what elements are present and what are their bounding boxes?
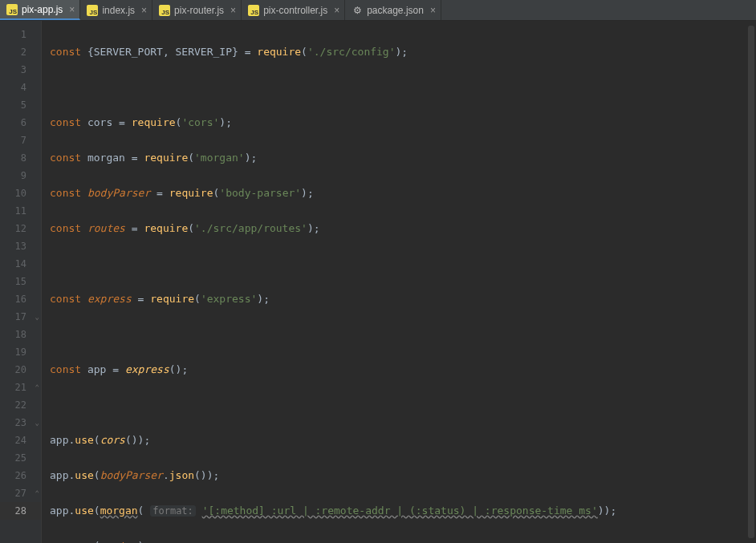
tab-pix-router[interactable]: JS pix-router.js × bbox=[152, 0, 242, 20]
line-number[interactable]: 22 bbox=[0, 396, 41, 414]
line-number[interactable]: 28 bbox=[0, 502, 41, 520]
line-number[interactable]: 15 bbox=[0, 273, 41, 290]
js-icon: JS bbox=[248, 5, 259, 16]
fold-up-icon[interactable]: ⌃ bbox=[35, 484, 39, 502]
close-icon[interactable]: × bbox=[141, 6, 147, 15]
line-number[interactable]: 23⌄ bbox=[0, 414, 41, 432]
line-number[interactable]: 5 bbox=[0, 96, 41, 114]
fold-down-icon[interactable]: ⌄ bbox=[35, 414, 39, 432]
line-number[interactable]: 4 bbox=[0, 79, 41, 96]
json-icon: ⚙ bbox=[352, 5, 363, 16]
tab-label: pix-controller.js bbox=[263, 5, 327, 16]
line-number[interactable]: 17⌄ bbox=[0, 308, 41, 326]
line-number[interactable]: 9 bbox=[0, 167, 41, 184]
tab-label: pix-router.js bbox=[174, 5, 224, 16]
line-number[interactable]: 6 bbox=[0, 114, 41, 132]
line-number-gutter[interactable]: 1234567891011121314151617⌄18192021⌃2223⌄… bbox=[0, 21, 42, 543]
line-number[interactable]: 20 bbox=[0, 361, 41, 379]
line-number[interactable]: 13 bbox=[0, 237, 41, 255]
line-number[interactable]: 14 bbox=[0, 255, 41, 273]
line-number[interactable]: 21⌃ bbox=[0, 379, 41, 396]
tab-label: index.js bbox=[102, 5, 135, 16]
tab-bar: JS pix-app.js × JS index.js × JS pix-rou… bbox=[0, 0, 756, 21]
line-number[interactable]: 26 bbox=[0, 467, 41, 484]
tab-pix-app[interactable]: JS pix-app.js × bbox=[0, 0, 80, 20]
line-number[interactable]: 25 bbox=[0, 449, 41, 467]
scrollbar-thumb[interactable] bbox=[748, 26, 754, 538]
close-icon[interactable]: × bbox=[230, 6, 236, 15]
line-number[interactable]: 10 bbox=[0, 184, 41, 202]
close-icon[interactable]: × bbox=[430, 6, 436, 15]
line-number[interactable]: 7 bbox=[0, 132, 41, 149]
line-number[interactable]: 2 bbox=[0, 43, 41, 61]
line-number[interactable]: 27⌃ bbox=[0, 484, 41, 502]
line-number[interactable]: 18 bbox=[0, 326, 41, 343]
line-number[interactable]: 1 bbox=[0, 26, 41, 43]
js-icon: JS bbox=[87, 5, 98, 16]
tab-label: package.json bbox=[367, 5, 424, 16]
fold-up-icon[interactable]: ⌃ bbox=[35, 379, 39, 396]
js-icon: JS bbox=[6, 4, 18, 15]
close-icon[interactable]: × bbox=[69, 5, 75, 14]
fold-down-icon[interactable]: ⌄ bbox=[35, 308, 39, 326]
tab-label: pix-app.js bbox=[22, 4, 63, 15]
vertical-scrollbar[interactable] bbox=[748, 26, 754, 538]
tab-index[interactable]: JS index.js × bbox=[80, 0, 152, 20]
tab-pix-controller[interactable]: JS pix-controller.js × bbox=[242, 0, 345, 20]
code-area[interactable]: const {SERVER_PORT, SERVER_IP} = require… bbox=[42, 21, 756, 543]
line-number[interactable]: 19 bbox=[0, 343, 41, 361]
line-number[interactable]: 11 bbox=[0, 202, 41, 220]
close-icon[interactable]: × bbox=[334, 6, 339, 15]
line-number[interactable]: 3 bbox=[0, 61, 41, 79]
param-hint: format: bbox=[150, 505, 196, 517]
line-number[interactable]: 8 bbox=[0, 149, 41, 167]
line-number[interactable]: 24 bbox=[0, 432, 41, 449]
js-icon: JS bbox=[159, 5, 170, 16]
tab-package-json[interactable]: ⚙ package.json × bbox=[345, 0, 441, 20]
line-number[interactable]: 12 bbox=[0, 220, 41, 237]
line-number[interactable]: 16 bbox=[0, 290, 41, 308]
code-editor[interactable]: 1234567891011121314151617⌄18192021⌃2223⌄… bbox=[0, 21, 756, 543]
